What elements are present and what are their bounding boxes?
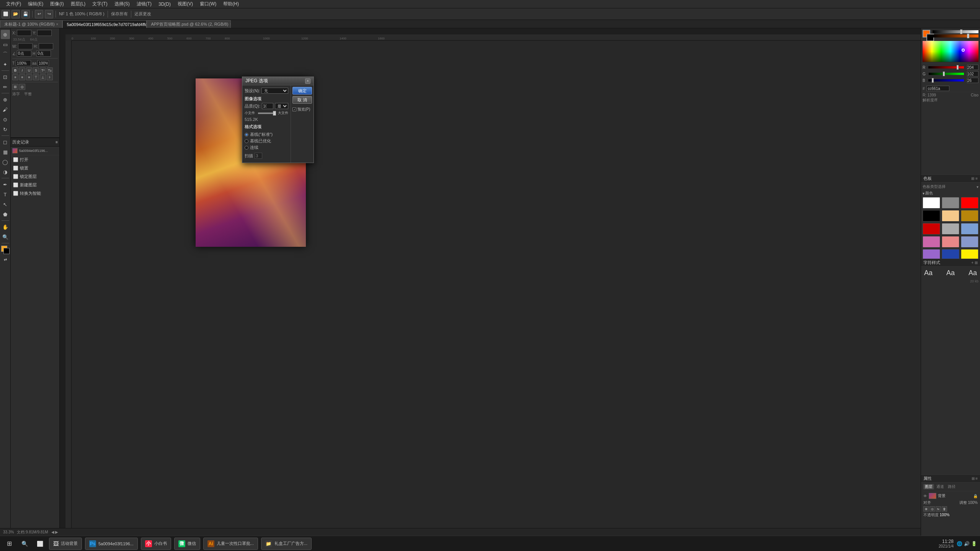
swatch-red[interactable] <box>961 197 978 209</box>
tool-dodge[interactable]: ◑ <box>1 167 10 176</box>
strikethrough-btn[interactable]: S <box>33 67 39 73</box>
menu-select[interactable]: 选择(S) <box>111 0 133 8</box>
preset-select[interactable]: 无 <box>261 88 288 94</box>
eye-icon[interactable]: 👁 <box>923 494 927 498</box>
g-thumb[interactable] <box>943 72 945 76</box>
swatch-yellow[interactable] <box>961 249 978 259</box>
swatch-light-gray[interactable] <box>942 223 959 235</box>
scan-input[interactable] <box>255 153 262 159</box>
ok-button[interactable]: 确定 <box>292 87 312 95</box>
cancel-button[interactable]: 取 消 <box>292 96 312 104</box>
b-slider[interactable] <box>928 79 964 82</box>
history-snap[interactable]: ⬜ 锁置 <box>11 164 59 172</box>
swatches-menu-icon[interactable]: ≡ <box>975 176 978 181</box>
history-menu-icon[interactable]: ≡ <box>56 140 58 144</box>
italic-btn[interactable]: I <box>19 67 25 73</box>
redo-btn[interactable]: ↪ <box>45 10 53 18</box>
r-thumb[interactable] <box>957 65 959 70</box>
align-bottom-btn[interactable]: ⊦ <box>47 74 53 80</box>
tab-main-image[interactable]: 5a0094e03f119f659d15c9e7d70719afd4ffc0d7… <box>62 20 147 28</box>
bold-btn[interactable]: B <box>12 67 18 73</box>
align-top-btn[interactable]: ⊤ <box>33 74 39 80</box>
props-tab-channel[interactable]: 通道 <box>935 484 946 489</box>
b-value-input[interactable] <box>967 78 978 83</box>
h-input[interactable] <box>39 43 53 49</box>
tool-blur[interactable]: ◯ <box>1 157 10 166</box>
color-sat-bar[interactable] <box>933 34 978 37</box>
layer-icon-1[interactable]: ⊞ <box>923 506 929 512</box>
foreground-color[interactable] <box>1 246 10 254</box>
align-right-btn[interactable]: ≡ <box>26 74 32 80</box>
tool-pen[interactable]: ✒ <box>1 180 10 189</box>
history-lock[interactable]: ⬜ 锁定图层 <box>11 172 59 181</box>
fg-color-display[interactable] <box>923 30 930 37</box>
menu-help[interactable]: 帮助(H) <box>220 0 242 8</box>
menu-window[interactable]: 窗口(W) <box>197 0 219 8</box>
tab-app-preview[interactable]: APP首页缩略图.psd @ 62.6% (2, RGB/8) × <box>147 20 231 28</box>
tool-gradient[interactable]: ▦ <box>1 147 10 156</box>
underline-btn[interactable]: U <box>26 67 32 73</box>
history-open[interactable]: ⬜ 打开 <box>11 155 59 164</box>
quality-slider[interactable] <box>258 112 275 114</box>
swatch-dark-blue[interactable] <box>942 249 959 259</box>
b-thumb[interactable] <box>932 78 934 83</box>
network-icon[interactable]: 🌐 <box>957 541 962 546</box>
menu-edit[interactable]: 编辑(E) <box>25 0 46 8</box>
new-btn[interactable]: ⬜ <box>2 10 10 18</box>
swatches-dropdown-icon[interactable]: ▾ <box>977 185 978 189</box>
tool-hand[interactable]: ✋ <box>1 222 10 231</box>
swatch-pink[interactable] <box>923 236 940 248</box>
menu-type[interactable]: 文字(T) <box>89 0 110 8</box>
swatch-black[interactable] <box>923 210 940 222</box>
props-tab-layer[interactable]: 图层 <box>923 484 934 489</box>
mask-icon-btn[interactable]: ◎ <box>19 84 25 90</box>
tool-swap-colors[interactable]: ⇄ <box>1 255 10 264</box>
taskbar-folder-app[interactable]: 📁 礼盒工厂广告方... <box>261 538 312 550</box>
radio-progressive-btn[interactable] <box>245 146 248 150</box>
g-value-input[interactable] <box>967 71 978 77</box>
menu-view[interactable]: 视图(V) <box>175 0 196 8</box>
taskbar-ps-app[interactable]: Ps 5a0094e03f1196... <box>85 538 138 550</box>
tool-move[interactable]: ⊕ <box>1 30 10 39</box>
menu-file[interactable]: 文件(F) <box>3 0 24 8</box>
battery-icon[interactable]: 🔋 <box>971 541 977 546</box>
bg-color-swatch[interactable] <box>3 248 10 254</box>
tool-heal[interactable]: ⊕ <box>1 95 10 104</box>
taskbar-search[interactable]: 🔍 <box>18 538 31 550</box>
g-slider[interactable] <box>929 73 964 75</box>
swatch-gray[interactable] <box>942 197 959 209</box>
taskbar-task-view[interactable]: ⬜ <box>34 538 46 550</box>
superscript-btn[interactable]: T² <box>40 67 46 73</box>
color-spectrum[interactable] <box>923 41 978 62</box>
subscript-btn[interactable]: T₂ <box>47 67 53 73</box>
swatch-white[interactable] <box>923 197 940 209</box>
hue-thumb[interactable] <box>960 29 962 34</box>
x-input[interactable] <box>17 30 31 36</box>
quality-input[interactable] <box>262 103 273 109</box>
preview-checkbox[interactable] <box>292 108 296 111</box>
slider-thumb[interactable] <box>273 111 276 116</box>
font-add-icon[interactable]: + <box>971 261 973 265</box>
tool-zoom[interactable]: 🔍 <box>1 232 10 241</box>
windows-start-btn[interactable]: ⊞ <box>3 538 15 550</box>
tool-path-select[interactable]: ↖ <box>1 200 10 209</box>
w-input[interactable] <box>18 43 33 49</box>
history-new-layer[interactable]: ⬜ 新建图层 <box>11 181 59 189</box>
layer-icon-btn[interactable]: ⊞ <box>12 84 18 90</box>
align-mid-btn[interactable]: ⊥ <box>40 74 46 80</box>
radio-baseline-opt-btn[interactable] <box>245 139 248 143</box>
align-center-btn[interactable]: ≡ <box>19 74 25 80</box>
layer-icon-4[interactable]: 🗑 <box>942 506 947 512</box>
tool-brush[interactable]: 🖌 <box>1 105 10 114</box>
tool-shape[interactable]: ⬟ <box>1 210 10 219</box>
swatch-salmon[interactable] <box>942 236 959 248</box>
quality-level-select[interactable]: 最佳 高 中 低 <box>275 103 288 109</box>
history-convert[interactable]: ⬜ 转换为智能 <box>11 189 59 197</box>
fill-input[interactable] <box>36 51 51 57</box>
tab-untitled[interactable]: 未标题-1 @ 100% (RGB/8) × <box>0 20 62 28</box>
swatch-peach[interactable] <box>942 210 959 222</box>
jpeg-close-btn[interactable]: × <box>305 78 310 84</box>
align-left-btn[interactable]: ≡ <box>12 74 18 80</box>
font-sample-2[interactable]: Aa <box>945 268 956 278</box>
tool-select-rect[interactable]: ▭ <box>1 40 10 49</box>
